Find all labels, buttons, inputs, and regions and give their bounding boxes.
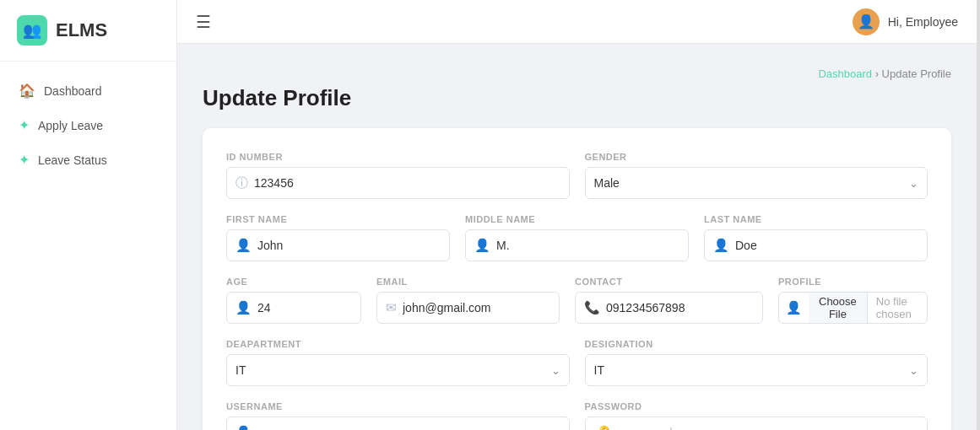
form-row-2: FIRST NAME 👤 MIDDLE NAME 👤 LAST NAME <box>226 214 928 261</box>
password-group: PASSWORD 🔑 <box>585 401 929 430</box>
chevron-down-icon: ⌄ <box>551 364 560 377</box>
avatar: 👤 <box>853 8 880 35</box>
dashboard-icon: 🏠 <box>19 83 35 99</box>
designation-group: DESIGNATION IT Manager Developer Analyst… <box>585 339 929 386</box>
designation-select[interactable]: IT Manager Developer Analyst <box>594 363 905 377</box>
leave-status-icon: ✦ <box>19 152 30 168</box>
update-profile-form: ID NUMBER ⓘ GENDER Male Female Other <box>203 128 951 430</box>
sidebar-item-dashboard[interactable]: 🏠 Dashboard <box>0 73 176 108</box>
profile-label: PROFILE <box>778 277 928 287</box>
email-group: EMAIL ✉ <box>376 277 560 324</box>
page-title: Update Profile <box>203 85 951 111</box>
last-name-input-wrap: 👤 <box>704 229 928 261</box>
breadcrumb: Dashboard › Update Profile <box>203 67 951 80</box>
age-label: AGE <box>226 277 361 287</box>
logo-icon: 👥 <box>17 15 47 46</box>
username-group: USERNAME 👤 <box>226 401 570 430</box>
file-name-text: No file chosen <box>868 295 927 320</box>
app-name: ELMS <box>56 19 107 41</box>
contact-input-wrap: 📞 <box>575 292 763 324</box>
id-number-input-wrap: ⓘ <box>226 167 570 199</box>
breadcrumb-separator: › <box>875 67 879 80</box>
designation-label: DESIGNATION <box>585 339 929 349</box>
sidebar-nav: 🏠 Dashboard ✦ Apply Leave ✦ Leave Status <box>0 62 176 189</box>
form-row-5: USERNAME 👤 PASSWORD 🔑 <box>226 401 928 430</box>
id-number-group: ID NUMBER ⓘ <box>226 152 570 199</box>
designation-select-wrap: IT Manager Developer Analyst ⌄ <box>585 354 929 386</box>
profile-file-wrap: 👤 Choose File No file chosen <box>778 292 928 324</box>
first-name-group: FIRST NAME 👤 <box>226 214 450 261</box>
last-name-input[interactable] <box>735 239 918 252</box>
contact-input[interactable] <box>606 301 754 314</box>
phone-icon: 📞 <box>584 300 600 315</box>
first-name-label: FIRST NAME <box>226 214 450 224</box>
sidebar-item-apply-leave[interactable]: ✦ Apply Leave <box>0 108 176 142</box>
sidebar-item-label: Dashboard <box>44 84 102 98</box>
password-input[interactable] <box>616 426 919 430</box>
person-icon-last: 👤 <box>713 238 729 253</box>
topbar-right: 👤 Hi, Employee <box>853 8 958 35</box>
sidebar-item-leave-status[interactable]: ✦ Leave Status <box>0 142 176 177</box>
content-area: Dashboard › Update Profile Update Profil… <box>177 44 977 430</box>
file-icon: 👤 <box>779 300 809 315</box>
middle-name-input-wrap: 👤 <box>465 229 689 261</box>
sidebar-item-label: Leave Status <box>38 153 107 167</box>
breadcrumb-current: Update Profile <box>882 67 951 80</box>
middle-name-input[interactable] <box>496 239 680 252</box>
username-label: USERNAME <box>226 401 570 411</box>
gender-select-wrap: Male Female Other ⌄ <box>585 167 929 199</box>
sidebar-logo: 👥 ELMS <box>0 0 176 62</box>
sidebar: 👥 ELMS 🏠 Dashboard ✦ Apply Leave ✦ Leave… <box>0 0 177 430</box>
apply-leave-icon: ✦ <box>19 117 30 133</box>
department-label: DEAPARTMENT <box>226 339 570 349</box>
gender-label: GENDER <box>585 152 929 162</box>
contact-label: CONTACT <box>575 277 763 287</box>
choose-file-button[interactable]: Choose File <box>809 293 868 323</box>
middle-name-group: MIDDLE NAME 👤 <box>465 214 689 261</box>
username-input-wrap: 👤 <box>226 417 570 430</box>
form-row-4: DEAPARTMENT IT HR Finance Operations ⌄ D… <box>226 339 928 386</box>
last-name-label: LAST NAME <box>704 214 928 224</box>
first-name-input[interactable] <box>257 239 441 252</box>
id-number-label: ID NUMBER <box>226 152 570 162</box>
username-input[interactable] <box>257 426 560 430</box>
department-select-wrap: IT HR Finance Operations ⌄ <box>226 354 570 386</box>
breadcrumb-parent[interactable]: Dashboard <box>818 67 872 80</box>
contact-group: CONTACT 📞 <box>575 277 763 324</box>
topbar-greeting: Hi, Employee <box>888 15 958 29</box>
email-input-wrap: ✉ <box>376 292 560 324</box>
main-area: ☰ 👤 Hi, Employee Dashboard › Update Prof… <box>177 0 980 430</box>
email-icon: ✉ <box>386 300 397 315</box>
person-icon-first: 👤 <box>236 238 252 253</box>
topbar: ☰ 👤 Hi, Employee <box>177 0 977 44</box>
chevron-down-icon: ⌄ <box>909 364 918 377</box>
password-label: PASSWORD <box>585 401 929 411</box>
password-input-wrap: 🔑 <box>585 417 929 430</box>
sidebar-item-label: Apply Leave <box>38 119 103 132</box>
last-name-group: LAST NAME 👤 <box>704 214 928 261</box>
person-icon-username: 👤 <box>236 425 252 430</box>
department-group: DEAPARTMENT IT HR Finance Operations ⌄ <box>226 339 570 386</box>
profile-group: PROFILE 👤 Choose File No file chosen <box>778 277 928 324</box>
email-label: EMAIL <box>376 277 560 287</box>
form-row-3: AGE 👤 EMAIL ✉ CONTACT 📞 <box>226 277 928 324</box>
first-name-input-wrap: 👤 <box>226 229 450 261</box>
form-row-1: ID NUMBER ⓘ GENDER Male Female Other <box>226 152 928 199</box>
department-select[interactable]: IT HR Finance Operations <box>236 363 546 377</box>
chevron-down-icon: ⌄ <box>909 177 918 190</box>
gender-select[interactable]: Male Female Other <box>594 176 905 190</box>
hamburger-icon[interactable]: ☰ <box>196 12 211 32</box>
age-input-wrap: 👤 <box>226 292 361 324</box>
key-icon: 🔑 <box>594 425 610 430</box>
person-icon-age: 👤 <box>236 300 252 315</box>
age-group: AGE 👤 <box>226 277 361 324</box>
person-icon-middle: 👤 <box>474 238 490 253</box>
gender-group: GENDER Male Female Other ⌄ <box>585 152 929 199</box>
id-number-icon: ⓘ <box>236 175 248 191</box>
id-number-input[interactable] <box>254 176 560 190</box>
middle-name-label: MIDDLE NAME <box>465 214 689 224</box>
email-input[interactable] <box>403 301 550 314</box>
